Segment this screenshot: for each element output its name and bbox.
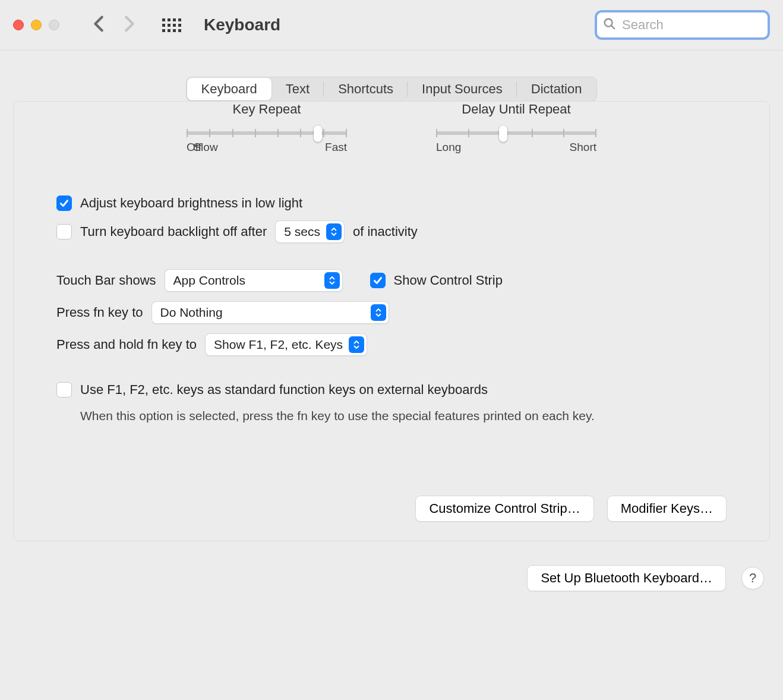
tab-text[interactable]: Text bbox=[271, 78, 324, 100]
show-all-icon[interactable] bbox=[162, 18, 181, 32]
key-repeat-title: Key Repeat bbox=[187, 102, 347, 117]
press-fn-label: Press fn key to bbox=[56, 305, 143, 320]
tab-bar: Keyboard Text Shortcuts Input Sources Di… bbox=[13, 77, 770, 102]
adjust-brightness-checkbox[interactable] bbox=[56, 196, 72, 211]
tab-dictation[interactable]: Dictation bbox=[517, 78, 596, 100]
tab-input-sources[interactable]: Input Sources bbox=[408, 78, 517, 100]
segmented-control: Keyboard Text Shortcuts Input Sources Di… bbox=[186, 77, 598, 102]
chevron-updown-icon bbox=[324, 272, 340, 289]
press-fn-row: Press fn key to Do Nothing bbox=[56, 301, 727, 324]
touchbar-select[interactable]: App Controls bbox=[165, 269, 343, 292]
backlight-off-checkbox[interactable] bbox=[56, 224, 72, 239]
nav-arrows bbox=[92, 15, 136, 34]
hold-fn-label: Press and hold fn key to bbox=[56, 337, 197, 352]
customize-control-strip-button[interactable]: Customize Control Strip… bbox=[415, 496, 593, 522]
tab-keyboard[interactable]: Keyboard bbox=[187, 78, 271, 100]
search-icon bbox=[603, 17, 616, 33]
show-control-strip-label: Show Control Strip bbox=[394, 273, 503, 288]
key-repeat-group: Key Repeat Off Slow Fast bbox=[187, 102, 347, 154]
window-title: Keyboard bbox=[204, 15, 280, 34]
keyboard-preferences-window: Keyboard Keyboard Text Shortcuts Input S… bbox=[0, 0, 783, 700]
delay-repeat-slider[interactable] bbox=[436, 131, 596, 135]
panel-buttons: Customize Control Strip… Modifier Keys… bbox=[56, 496, 727, 522]
chevron-updown-icon bbox=[326, 223, 342, 240]
chevron-updown-icon bbox=[371, 304, 386, 321]
titlebar: Keyboard bbox=[0, 0, 783, 51]
settings-panel: Key Repeat Off Slow Fast Delay Until Rep… bbox=[13, 101, 770, 541]
use-fkeys-label: Use F1, F2, etc. keys as standard functi… bbox=[80, 382, 488, 398]
backlight-off-suffix: of inactivity bbox=[353, 224, 418, 239]
backlight-timeout-value: 5 secs bbox=[284, 225, 320, 239]
hold-fn-value: Show F1, F2, etc. Keys bbox=[214, 338, 343, 352]
key-repeat-slider[interactable] bbox=[187, 131, 347, 135]
use-fkeys-hint: When this option is selected, press the … bbox=[80, 407, 615, 424]
touchbar-value: App Controls bbox=[173, 273, 245, 288]
delay-repeat-title: Delay Until Repeat bbox=[436, 102, 596, 117]
tab-shortcuts[interactable]: Shortcuts bbox=[324, 78, 408, 100]
use-fkeys-row: Use F1, F2, etc. keys as standard functi… bbox=[56, 382, 727, 398]
window-controls bbox=[13, 20, 59, 30]
content-area: Keyboard Text Shortcuts Input Sources Di… bbox=[0, 51, 783, 604]
chevron-updown-icon bbox=[349, 336, 364, 353]
minimize-icon[interactable] bbox=[31, 20, 42, 30]
touchbar-row: Touch Bar shows App Controls Show Contro… bbox=[56, 269, 727, 292]
backlight-timeout-select[interactable]: 5 secs bbox=[275, 220, 345, 243]
key-repeat-thumb[interactable] bbox=[314, 125, 322, 142]
delay-repeat-labels: Long Short bbox=[436, 141, 596, 154]
modifier-keys-button[interactable]: Modifier Keys… bbox=[607, 496, 727, 522]
press-fn-select[interactable]: Do Nothing bbox=[151, 301, 389, 324]
adjust-brightness-row: Adjust keyboard brightness in low light bbox=[56, 196, 727, 211]
press-fn-value: Do Nothing bbox=[160, 305, 223, 320]
forward-button bbox=[123, 15, 136, 34]
delay-repeat-thumb[interactable] bbox=[499, 125, 507, 142]
backlight-off-row: Turn keyboard backlight off after 5 secs… bbox=[56, 220, 727, 243]
footer-row: Set Up Bluetooth Keyboard… ? bbox=[13, 565, 770, 591]
sliders-row: Key Repeat Off Slow Fast Delay Until Rep… bbox=[56, 102, 727, 154]
search-input[interactable] bbox=[622, 17, 762, 33]
zoom-icon bbox=[49, 20, 59, 30]
backlight-off-prefix: Turn keyboard backlight off after bbox=[80, 224, 267, 239]
delay-repeat-group: Delay Until Repeat Long Short bbox=[436, 102, 596, 154]
help-button[interactable]: ? bbox=[741, 567, 764, 589]
use-fkeys-checkbox[interactable] bbox=[56, 382, 72, 398]
search-field[interactable] bbox=[595, 10, 770, 40]
close-icon[interactable] bbox=[13, 20, 24, 30]
show-control-strip-checkbox[interactable] bbox=[370, 273, 386, 288]
adjust-brightness-label: Adjust keyboard brightness in low light bbox=[80, 196, 302, 211]
hold-fn-row: Press and hold fn key to Show F1, F2, et… bbox=[56, 333, 727, 356]
key-repeat-labels: Off Slow Fast bbox=[187, 141, 347, 154]
back-button[interactable] bbox=[92, 15, 105, 34]
svg-line-1 bbox=[611, 26, 615, 29]
touchbar-label: Touch Bar shows bbox=[56, 273, 156, 288]
setup-bluetooth-button[interactable]: Set Up Bluetooth Keyboard… bbox=[527, 565, 726, 591]
hold-fn-select[interactable]: Show F1, F2, etc. Keys bbox=[205, 333, 367, 356]
